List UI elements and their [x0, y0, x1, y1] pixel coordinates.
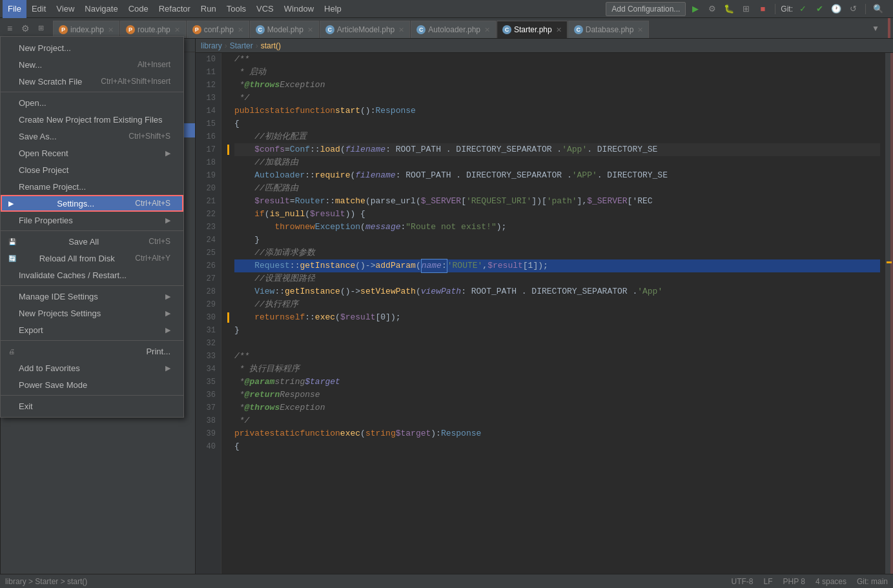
tab-article-model-php[interactable]: C ArticleModel.php ✕ — [320, 21, 410, 39]
status-line-endings[interactable]: LF — [763, 577, 772, 586]
item-label: File Properties — [19, 216, 73, 225]
code-token: : ROOT_PATH . DIRECTORY_SEPARATOR . — [461, 285, 637, 298]
menu-item-settings[interactable]: ▶ Settings... Ctrl+Alt+S — [1, 195, 183, 212]
close-icon[interactable]: ✕ — [398, 26, 404, 34]
code-token: 'App' — [562, 143, 587, 156]
tab-database-php[interactable]: C Database.php ✕ — [568, 21, 650, 39]
code-line-11: * 启动 — [234, 66, 880, 79]
close-icon[interactable]: ✕ — [108, 26, 114, 34]
code-content[interactable]: 10 11 12 13 14 15 16 17 18 19 20 21 22 2… — [196, 53, 893, 574]
code-token: $_SERVER — [587, 195, 627, 208]
menu-item-new-project[interactable]: New Project... — [1, 39, 183, 56]
status-php-version[interactable]: PHP 8 — [783, 577, 805, 586]
code-token: @return — [245, 389, 280, 401]
code-token: //添加请求参数 — [254, 247, 315, 259]
code-token: : ROOT_PATH . DIRECTORY_SEPARATOR . — [396, 169, 572, 182]
menu-item-new-scratch[interactable]: New Scratch File Ctrl+Alt+Shift+Insert — [1, 73, 183, 90]
menu-file[interactable]: File — [3, 0, 26, 18]
item-label: New Projects Settings — [19, 309, 101, 318]
add-configuration-btn[interactable]: Add Configuration... — [606, 2, 686, 16]
code-editor[interactable]: /** * 启动 * @throws Exception */ public s… — [229, 53, 885, 574]
git-check2-btn[interactable]: ✔ — [812, 2, 826, 16]
tab-autoloader-php[interactable]: C Autoloader.php ✕ — [411, 21, 496, 39]
menu-help[interactable]: Help — [319, 0, 347, 18]
git-history-btn[interactable]: 🕐 — [829, 2, 843, 16]
menu-item-open[interactable]: Open... — [1, 94, 183, 111]
run-btn[interactable]: ▶ — [688, 2, 703, 16]
ln-25: 25 — [201, 247, 216, 259]
code-line-32 — [234, 337, 880, 350]
scroll-error-bar — [890, 53, 893, 574]
menu-item-close-project[interactable]: Close Project — [1, 161, 183, 178]
menu-edit[interactable]: Edit — [26, 0, 51, 18]
status-encoding[interactable]: UTF-8 — [731, 577, 753, 586]
close-icon[interactable]: ✕ — [238, 26, 243, 34]
ln-18: 18 — [201, 156, 216, 169]
menu-item-new-projects-settings[interactable]: New Projects Settings ▶ — [1, 305, 183, 321]
menu-item-add-favorites[interactable]: Add to Favorites ▶ — [1, 360, 183, 376]
menu-navigate[interactable]: Navigate — [79, 0, 123, 18]
tab-conf-php[interactable]: P conf.php ✕ — [187, 21, 249, 39]
code-token: @throws — [245, 79, 280, 92]
menu-item-create-from-existing[interactable]: Create New Project from Existing Files — [1, 111, 183, 128]
gutter-28 — [221, 285, 229, 298]
git-status-label: Git: main — [857, 577, 888, 586]
menu-run[interactable]: Run — [196, 0, 221, 18]
ln-28: 28 — [201, 285, 216, 298]
submenu-arrow-icon: ▶ — [165, 309, 170, 318]
menu-item-reload-all[interactable]: 🔄 Reload All from Disk Ctrl+Alt+Y — [1, 250, 183, 267]
git-checkmark-btn[interactable]: ✓ — [795, 2, 810, 16]
code-token: Conf — [290, 143, 310, 156]
code-token: :: — [274, 285, 285, 298]
close-icon[interactable]: ✕ — [174, 26, 180, 34]
coverage-btn[interactable]: ⊞ — [739, 2, 753, 16]
menu-item-exit[interactable]: Exit — [1, 398, 183, 414]
item-label: Exit — [19, 401, 33, 411]
menu-item-invalidate[interactable]: Invalidate Caches / Restart... — [1, 267, 183, 283]
menu-item-file-properties[interactable]: File Properties ▶ — [1, 212, 183, 228]
item-label: Open Recent — [19, 148, 68, 158]
menu-item-new[interactable]: New... Alt+Insert — [1, 56, 183, 73]
gutter-38 — [221, 414, 229, 427]
menu-item-export[interactable]: Export ▶ — [1, 321, 183, 338]
menu-view[interactable]: View — [51, 0, 79, 18]
menu-item-open-recent[interactable]: Open Recent ▶ — [1, 145, 183, 161]
debug-btn[interactable]: 🐛 — [722, 2, 736, 16]
code-token: if — [254, 208, 265, 221]
stop-btn[interactable]: ■ — [755, 2, 770, 16]
code-token: new — [300, 221, 314, 234]
tab-settings-btn[interactable]: ⚙ — [18, 21, 32, 35]
menu-item-print[interactable]: 🖨 Print... — [1, 343, 183, 360]
menu-item-save-as[interactable]: Save As... Ctrl+Shift+S — [1, 128, 183, 145]
close-icon[interactable]: ✕ — [307, 26, 313, 34]
indent-label: 4 spaces — [816, 577, 847, 586]
tab-scroll-right-btn[interactable]: ▼ — [868, 21, 883, 35]
menu-item-rename-project[interactable]: Rename Project... — [1, 178, 183, 195]
ln-40: 40 — [201, 440, 216, 453]
item-label: Open... — [19, 98, 46, 108]
tab-starter-php[interactable]: C Starter.php ✕ — [497, 21, 568, 39]
close-icon[interactable]: ✕ — [556, 26, 562, 34]
close-icon[interactable]: ✕ — [484, 26, 490, 34]
tab-scroll-left-btn[interactable]: ≡ — [3, 21, 17, 35]
menu-item-save-all[interactable]: 💾 Save All Ctrl+S — [1, 233, 183, 250]
menu-item-manage-ide[interactable]: Manage IDE Settings ▶ — [1, 288, 183, 305]
submenu-arrow-icon: ▶ — [165, 326, 170, 334]
tab-model-php[interactable]: C Model.php ✕ — [250, 21, 319, 39]
close-icon[interactable]: ✕ — [637, 26, 643, 34]
code-line-34: * 执行目标程序 — [234, 363, 880, 376]
git-revert-btn[interactable]: ↺ — [846, 2, 860, 16]
menu-window[interactable]: Window — [279, 0, 319, 18]
status-indent[interactable]: 4 spaces — [816, 577, 847, 586]
menu-tools[interactable]: Tools — [221, 0, 251, 18]
menu-refactor[interactable]: Refactor — [154, 0, 196, 18]
gutter-15 — [221, 117, 229, 130]
menu-code[interactable]: Code — [123, 0, 154, 18]
menu-item-power-save[interactable]: Power Save Mode — [1, 376, 183, 393]
tab-split-btn[interactable]: ⊞ — [34, 21, 48, 35]
gutter-39 — [221, 427, 229, 440]
search-everywhere-btn[interactable]: 🔍 — [871, 2, 885, 16]
menu-vcs[interactable]: VCS — [251, 0, 279, 18]
scrollbar[interactable] — [885, 53, 893, 574]
build-btn[interactable]: ⚙ — [705, 2, 719, 16]
